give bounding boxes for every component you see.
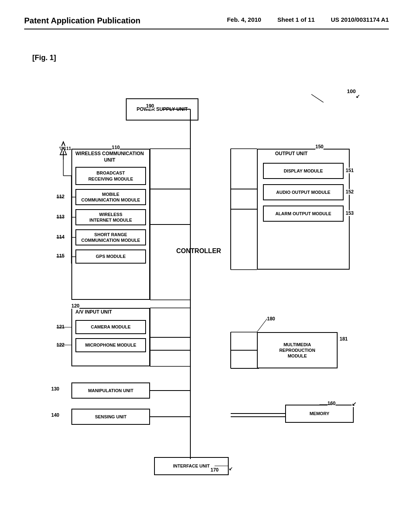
label-130: 130 xyxy=(51,386,59,392)
label-160: 160 xyxy=(327,401,336,406)
diagram-area: 100 ↙ POWER SUPPLY UNIT 190 110 WIRELESS… xyxy=(33,70,380,493)
box-power-supply: POWER SUPPLY UNIT xyxy=(126,98,198,121)
box-sensing: SENSING UNIT xyxy=(71,409,150,425)
header-title: Patent Application Publication xyxy=(24,16,140,25)
box-gps: GPS MODULE xyxy=(75,249,146,264)
label-121: 121 xyxy=(56,324,65,330)
box-short-range: SHORT RANGECOMMUNICATION MODULE xyxy=(75,229,146,245)
label-115: 115 xyxy=(56,253,65,259)
header: Patent Application Publication Feb. 4, 2… xyxy=(24,16,389,29)
label-153: 153 xyxy=(346,210,354,216)
header-patent: US 2010/0031174 A1 xyxy=(331,16,389,23)
label-190: 190 xyxy=(146,103,154,109)
svg-line-53 xyxy=(257,319,267,332)
label-180: 180 xyxy=(267,316,275,322)
box-mobile-comm: MOBILECOMMUNICATION MODULE xyxy=(75,189,146,205)
label-av-120: 120 xyxy=(71,303,79,309)
label-output-text: OUTPUT UNIT xyxy=(275,151,308,156)
svg-line-14 xyxy=(311,94,323,102)
header-date: Feb. 4, 2010 xyxy=(227,16,261,23)
label-122: 122 xyxy=(56,342,65,348)
box-microphone: MICROPHONE MODULE xyxy=(75,338,146,352)
box-wireless-internet: WIRELESSINTERNET MODULE xyxy=(75,209,146,225)
box-display: DISPLAY MODULE xyxy=(263,163,344,179)
header-meta: Feb. 4, 2010 Sheet 1 of 11 US 2010/00311… xyxy=(227,16,389,23)
label-113: 113 xyxy=(56,214,65,220)
box-av-input-outer xyxy=(71,308,150,366)
label-140: 140 xyxy=(51,412,59,418)
label-151: 151 xyxy=(346,168,354,173)
header-sheet: Sheet 1 of 11 xyxy=(277,16,315,23)
label-100: 100 xyxy=(347,88,356,94)
label-av-text: A/V INPUT UNIT xyxy=(75,309,112,315)
label-controller: CONTROLLER xyxy=(176,247,221,255)
box-memory: MEMORY xyxy=(285,405,354,423)
label-110: 110 xyxy=(112,145,120,150)
arrow-160: ↙ xyxy=(352,401,357,407)
label-114: 114 xyxy=(56,234,65,240)
label-wireless-comm-text: WIRELESS COMMUNICATIONUNIT xyxy=(75,151,144,163)
label-150: 150 xyxy=(315,144,323,150)
arrow-170: ↙ xyxy=(229,466,233,472)
label-181: 181 xyxy=(340,336,348,342)
box-manipulation: MANIPULATION UNIT xyxy=(71,382,150,399)
box-camera: CAMERA MODULE xyxy=(75,320,146,334)
box-alarm-output: ALARM OUTPUT MODULE xyxy=(263,206,344,222)
label-111: ▽ 111 xyxy=(59,146,71,151)
arrow-100: ↙ xyxy=(356,94,360,99)
label-152: 152 xyxy=(346,189,354,195)
box-audio-output: AUDIO OUTPUT MODULE xyxy=(263,184,344,200)
label-170: 170 xyxy=(211,467,219,473)
box-multimedia: MULTIMEDIAREPRODUCTIONMODULE xyxy=(257,332,338,368)
box-broadcast: BROADCASTRECEIVING MODULE xyxy=(75,167,146,185)
label-112: 112 xyxy=(56,194,65,200)
fig-label: [Fig. 1] xyxy=(32,54,389,62)
page: Patent Application Publication Feb. 4, 2… xyxy=(0,0,413,532)
